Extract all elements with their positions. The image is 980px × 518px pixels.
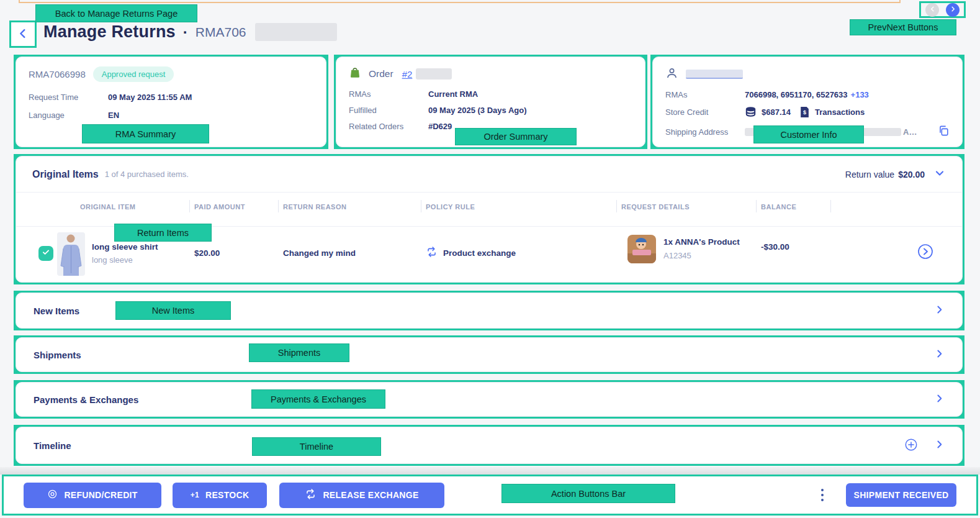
svg-text:$: $ [803,109,806,116]
person-icon [665,66,678,82]
request-item-name: 1x ANNA's Product [663,237,740,247]
order-rmas-label: RMAs [349,89,428,99]
item-details-button[interactable] [917,243,933,260]
exchange-product-image [627,235,656,263]
annotation-prevnext-label: PrevNext Buttons [850,19,956,35]
annotation-orange-line [19,0,901,3]
expand-new-items-button[interactable] [934,304,945,317]
chevron-right-icon [934,348,945,361]
column-return-reason: RETURN REASON [283,203,346,211]
column-balance: BALANCE [761,203,796,211]
shipping-address-label: Shipping Address [665,127,745,137]
annotation-back-label: Back to Manage Returns Page [35,4,197,22]
restock-button[interactable]: +1 RESTOCK [173,483,267,508]
release-exchange-button[interactable]: RELEASE EXCHANGE [279,483,444,508]
expand-shipments-button[interactable] [934,348,945,361]
action-bar-annotation-box: REFUND/CREDIT +1 RESTOCK RELEASE EXCHANG… [2,475,978,516]
back-button[interactable] [11,22,35,46]
annotation-action-bar: Action Buttons Bar [501,484,675,503]
refund-icon [47,489,58,501]
timeline-annotation-box: Timeline Timeline [14,425,964,466]
customer-name-link[interactable] [686,70,743,79]
fulfilled-value: 09 May 2025 (3 Days Ago) [428,106,526,115]
chevron-left-icon [929,5,936,14]
annotation-rma-summary: RMA Summary [82,124,209,143]
copy-address-button[interactable] [938,125,950,139]
section-shipments[interactable]: Shipments [16,337,963,372]
expand-timeline-button[interactable] [934,439,945,452]
shipments-title: Shipments [34,350,81,360]
more-actions-button[interactable] [817,485,827,505]
manage-returns-page: Back to Manage Returns Page PrevNext But… [0,0,980,518]
rma-id-redaction [255,23,337,41]
check-icon [42,248,50,259]
language-value: EN [108,111,119,120]
dot-icon [821,499,824,501]
request-time-label: Request Time [29,93,108,102]
collapse-original-items-button[interactable] [933,167,946,181]
chevron-right-icon [934,393,945,406]
coins-icon [745,106,757,118]
order-link[interactable]: #2 [402,69,413,80]
annotation-payments: Payments & Exchanges [251,389,385,409]
exchange-icon [305,488,317,502]
paid-amount-value: $20.00 [194,248,220,258]
return-reason-value: Changed my mind [283,248,356,258]
rma-id-partial: RMA706 [196,25,246,40]
column-divider [189,200,190,212]
item-variant: long sleeve [92,255,133,265]
exchange-icon [426,246,438,260]
request-time-value: 09 May 2025 11:55 AM [108,93,192,102]
plus-circle-icon [904,438,918,453]
original-items-title: Original Items [32,169,99,180]
original-items-section: Original Items 1 of 4 purchased items. R… [16,156,963,283]
section-payments-exchanges[interactable]: Payments & Exchanges [16,382,963,417]
timeline-title: Timeline [34,440,71,451]
copy-icon [938,125,950,139]
annotation-customer-info: Customer Info [753,125,864,143]
shipments-annotation-box: Shipments Shipments [14,335,964,374]
status-badge: Approved request [93,66,174,82]
chevron-right-icon [934,439,945,452]
annotation-return-items: Return Items [114,224,212,242]
column-request-details: REQUEST DETAILS [621,203,690,211]
refund-credit-button[interactable]: REFUND/CREDIT [24,483,161,508]
new-items-title: New Items [34,306,79,316]
restock-icon: +1 [191,491,199,499]
annotation-timeline: Timeline [252,437,381,456]
action-buttons-bar: REFUND/CREDIT +1 RESTOCK RELEASE EXCHANG… [4,476,976,514]
request-item-sku: A12345 [663,251,691,260]
related-orders-label: Related Orders [349,122,428,131]
add-timeline-entry-button[interactable] [904,438,918,453]
policy-rule-value: Product exchange [443,248,516,258]
item-checkbox[interactable] [38,246,53,261]
shipment-received-button[interactable]: SHIPMENT RECEIVED [846,483,956,507]
order-rmas-value: Current RMA [428,89,478,99]
customer-info-annotation-box: RMAs 7066998, 6951170, 6527633 +133 Stor… [650,55,964,149]
address-tail: A… [903,127,917,137]
title-separator: · [183,24,188,41]
annotation-shipments: Shipments [249,343,349,362]
order-id-redaction [416,68,452,80]
language-label: Language [29,111,108,120]
section-timeline[interactable]: Timeline [16,427,963,464]
store-credit-amount: $687.14 [762,107,791,117]
column-policy-rule: POLICY RULE [426,203,475,211]
refund-button-label: REFUND/CREDIT [64,490,137,500]
dot-icon [821,489,824,491]
transactions-link[interactable]: Transactions [815,107,865,117]
back-button-annotation-box [9,20,37,48]
column-divider [830,200,831,212]
dot-icon [821,494,824,496]
previous-rma-button[interactable] [925,3,939,17]
more-rmas-link[interactable]: +133 [851,90,869,99]
column-original-item: ORIGINAL ITEM [80,203,135,211]
return-value-amount: $20.00 [898,170,925,179]
next-rma-button[interactable] [946,3,960,17]
shop-bag-icon [349,66,361,81]
annotation-order-summary: Order Summary [455,128,577,145]
expand-payments-button[interactable] [934,393,945,406]
chevron-down-icon [933,167,946,181]
customer-rmas-label: RMAs [665,90,745,99]
column-divider [278,200,279,212]
